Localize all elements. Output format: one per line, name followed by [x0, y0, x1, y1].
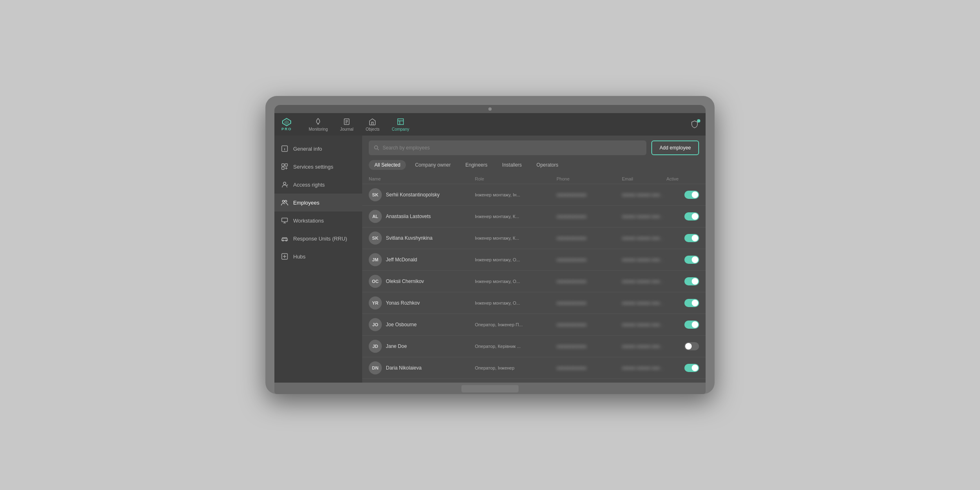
- toggle-knob: [692, 235, 698, 241]
- employee-cell: AL Anastasiia Lastovets: [369, 210, 475, 223]
- phone-cell: ●●●●●●●●●●●: [557, 257, 622, 262]
- laptop-screen: PRO Monitoring Journal: [274, 105, 706, 383]
- app-container: PRO Monitoring Journal: [274, 113, 706, 383]
- active-cell: [666, 277, 699, 285]
- employee-name: Jeff McDonald: [386, 257, 417, 263]
- add-employee-button[interactable]: Add employee: [651, 140, 699, 155]
- employee-name: Serhii Konstantinopolsky: [386, 192, 439, 198]
- active-toggle[interactable]: [684, 277, 699, 285]
- toggle-knob: [692, 256, 698, 263]
- employee-cell: OC Oleksii Chernikov: [369, 275, 475, 288]
- employee-cell: JO Joe Osbourne: [369, 318, 475, 331]
- avatar: JD: [369, 340, 382, 353]
- avatar: AL: [369, 210, 382, 223]
- col-role: Role: [475, 176, 557, 181]
- active-toggle[interactable]: [684, 364, 699, 372]
- nav-item-company[interactable]: Company: [392, 118, 409, 131]
- top-nav: PRO Monitoring Journal: [274, 113, 706, 136]
- filter-tab-operators[interactable]: Operators: [531, 160, 564, 170]
- table-row[interactable]: JO Joe Osbourne Оператор, Інженер П... ●…: [362, 314, 706, 336]
- email-cell: ●●●●● ●●●●● ●●●●●●●: [622, 236, 666, 241]
- phone-cell: ●●●●●●●●●●●: [557, 192, 622, 197]
- table-row[interactable]: OC Oleksii Chernikov Інженер монтажу, О.…: [362, 271, 706, 292]
- content-area: Add employee All Selected Company owner …: [362, 136, 706, 383]
- toggle-knob: [692, 278, 698, 285]
- sidebar-item-label: Response Units (RRU): [293, 236, 347, 242]
- email-cell: ●●●●● ●●●●● ●●●●●●●: [622, 344, 666, 349]
- laptop-outer: PRO Monitoring Journal: [265, 96, 715, 394]
- table-row[interactable]: SK Svitlana Kuvshynkina Інженер монтажу,…: [362, 227, 706, 249]
- avatar: JM: [369, 253, 382, 266]
- role-cell: Інженер монтажу, О...: [475, 301, 557, 305]
- nav-company-label: Company: [392, 127, 409, 131]
- sidebar-item-general-info[interactable]: General info: [274, 140, 362, 158]
- sidebar-item-label: Employees: [293, 200, 319, 206]
- svg-rect-4: [282, 167, 284, 169]
- nav-item-monitoring[interactable]: Monitoring: [309, 118, 328, 131]
- svg-point-5: [283, 182, 286, 185]
- active-toggle[interactable]: [684, 234, 699, 242]
- employee-name: Yonas Rozhkov: [386, 300, 420, 306]
- active-toggle[interactable]: [684, 212, 699, 220]
- role-cell: Інженер монтажу, О...: [475, 257, 557, 262]
- table-row[interactable]: DN Daria Nikolaieva Оператор, Інженер ●●…: [362, 357, 706, 379]
- shield-icon[interactable]: [690, 120, 699, 129]
- svg-point-7: [285, 200, 287, 203]
- nav-item-journal[interactable]: Journal: [340, 118, 354, 131]
- avatar: DN: [369, 361, 382, 374]
- sidebar-item-response-units[interactable]: Response Units (RRU): [274, 229, 362, 247]
- phone-cell: ●●●●●●●●●●●: [557, 236, 622, 241]
- avatar: YR: [369, 296, 382, 310]
- sidebar-item-label: Workstations: [293, 218, 324, 224]
- table-row[interactable]: YR Yonas Rozhkov Інженер монтажу, О... ●…: [362, 292, 706, 314]
- sidebar-item-employees[interactable]: Employees: [274, 194, 362, 212]
- employee-cell: JD Jane Doe: [369, 340, 475, 353]
- toggle-knob: [685, 343, 692, 350]
- toolbar: Add employee: [362, 136, 706, 160]
- filter-tab-engineers[interactable]: Engineers: [460, 160, 493, 170]
- employee-name: Oleksii Chernikov: [386, 278, 424, 284]
- table-row[interactable]: GG George Goosberry Власник компанії, К.…: [362, 379, 706, 383]
- nav-journal-label: Journal: [340, 127, 354, 131]
- laptop-trackpad: [461, 385, 519, 392]
- filter-tab-company-owner[interactable]: Company owner: [409, 160, 456, 170]
- search-input[interactable]: [383, 145, 641, 151]
- active-cell: [666, 299, 699, 307]
- toggle-knob: [692, 192, 698, 198]
- table-row[interactable]: JD Jane Doe Оператор, Керівник ... ●●●●●…: [362, 336, 706, 357]
- camera-dot: [488, 107, 492, 111]
- active-toggle[interactable]: [684, 299, 699, 307]
- role-cell: Оператор, Інженер: [475, 365, 557, 370]
- filter-tab-installers[interactable]: Installers: [497, 160, 528, 170]
- laptop-bottom: [274, 383, 706, 394]
- table-row[interactable]: SK Serhii Konstantinopolsky Інженер монт…: [362, 184, 706, 206]
- phone-cell: ●●●●●●●●●●●: [557, 301, 622, 305]
- role-cell: Інженер монтажу, Ін...: [475, 192, 557, 197]
- email-cell: ●●●●● ●●●●● ●●●●●●●: [622, 257, 666, 262]
- nav-logo[interactable]: PRO: [281, 118, 292, 131]
- table-row[interactable]: JM Jeff McDonald Інженер монтажу, О... ●…: [362, 249, 706, 271]
- role-cell: Інженер монтажу, К...: [475, 214, 557, 219]
- sidebar-item-services-settings[interactable]: Services settings: [274, 158, 362, 176]
- active-toggle[interactable]: [684, 321, 699, 329]
- active-toggle[interactable]: [684, 342, 699, 350]
- search-icon: [374, 145, 379, 151]
- avatar: OC: [369, 275, 382, 288]
- sidebar-item-workstations[interactable]: Workstations: [274, 212, 362, 229]
- email-cell: ●●●●● ●●●●● ●●●●●●●: [622, 214, 666, 219]
- sidebar-item-hubs[interactable]: Hubs: [274, 247, 362, 265]
- email-cell: ●●●●● ●●●●● ●●●●●●●: [622, 322, 666, 327]
- nav-monitoring-label: Monitoring: [309, 127, 328, 131]
- nav-item-objects[interactable]: Objects: [366, 118, 380, 131]
- active-toggle[interactable]: [684, 191, 699, 199]
- active-cell: [666, 212, 699, 220]
- toggle-knob: [692, 300, 698, 306]
- email-cell: ●●●●● ●●●●● ●●●●●●●: [622, 301, 666, 305]
- active-toggle[interactable]: [684, 256, 699, 264]
- sidebar-item-access-rights[interactable]: Access rights: [274, 176, 362, 194]
- search-box[interactable]: [369, 140, 646, 155]
- table-row[interactable]: AL Anastasiia Lastovets Інженер монтажу,…: [362, 206, 706, 227]
- filter-tab-all[interactable]: All Selected: [369, 160, 406, 170]
- employee-cell: SK Svitlana Kuvshynkina: [369, 232, 475, 245]
- svg-point-6: [283, 200, 285, 203]
